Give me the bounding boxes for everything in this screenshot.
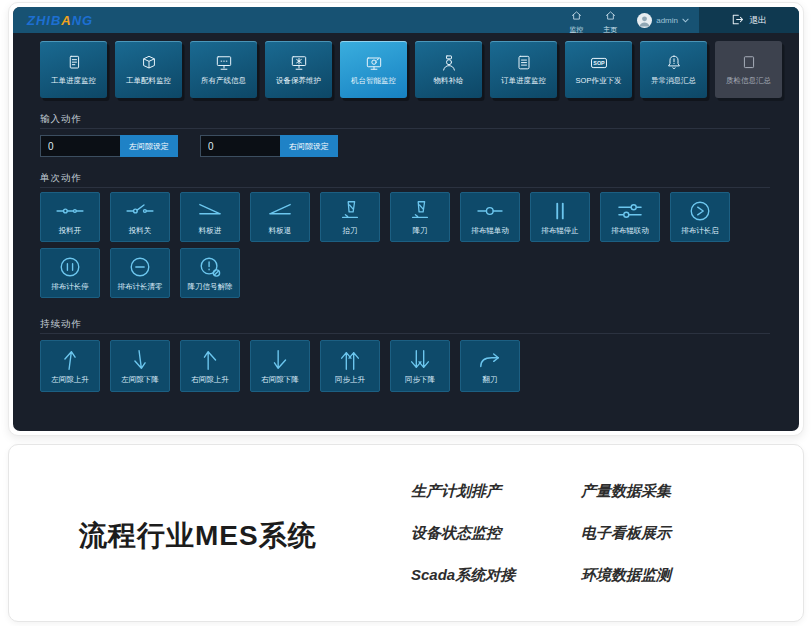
action-switch-open[interactable]: 投料关 xyxy=(110,192,170,242)
mes-system-title: 流程行业MES系统 xyxy=(79,517,317,555)
divider xyxy=(40,187,770,188)
tile-material-supply[interactable]: 物料补给 xyxy=(415,41,482,98)
tile-alert-bell[interactable]: 异常消息汇总 xyxy=(640,41,707,98)
knife-down-icon xyxy=(405,199,435,223)
nav-label: 监控 xyxy=(569,25,583,35)
home-icon xyxy=(605,7,616,24)
plate-forward-icon xyxy=(195,199,225,223)
divider xyxy=(40,128,770,129)
right-gap-group: 右间隙设定 xyxy=(200,135,338,157)
alert-bell-icon xyxy=(664,54,684,72)
action-double-arrow-down[interactable]: 同步下降 xyxy=(390,340,450,392)
sliders-icon xyxy=(615,199,645,223)
input-actions-title: 输入动作 xyxy=(40,113,82,126)
action-double-arrow-up[interactable]: 同步上升 xyxy=(320,340,380,392)
double-arrow-up-icon xyxy=(335,348,365,372)
tile-equipment-maintenance[interactable]: 设备保养维护 xyxy=(265,41,332,98)
continuous-actions-title: 持续动作 xyxy=(40,318,82,331)
single-actions-title: 单次动作 xyxy=(40,172,82,185)
divider xyxy=(40,333,770,334)
feature-item: 环境数据监测 xyxy=(581,565,671,585)
home-icon xyxy=(571,7,582,24)
left-gap-input[interactable] xyxy=(40,135,120,157)
nav-item-monitor[interactable]: 监控 xyxy=(559,7,593,33)
left-gap-group: 左间隙设定 xyxy=(40,135,178,157)
action-knife-up[interactable]: 抬刀 xyxy=(320,192,380,242)
mes-caption-card: 流程行业MES系统 生产计划排产设备状态监控Scada系统对接 产量数据采集电子… xyxy=(8,444,804,622)
material-supply-icon xyxy=(439,54,459,72)
action-flip-knife[interactable]: 翻刀 xyxy=(460,340,520,392)
pause-circle-icon xyxy=(55,255,85,279)
work-order-progress-icon xyxy=(64,54,84,72)
arrow-down-right-icon xyxy=(265,348,295,372)
app-header: ZHIBANG 监控 主页 admin xyxy=(13,7,799,33)
svg-text:SOP: SOP xyxy=(593,60,605,66)
tile-quality-info[interactable]: 质检信息汇总 xyxy=(715,41,782,98)
material-batching-icon xyxy=(139,54,159,72)
zhibang-logo: ZHIBANG xyxy=(27,13,93,28)
tile-production-line-info[interactable]: 所有产线信息 xyxy=(190,41,257,98)
arrow-up-left-icon xyxy=(55,348,85,372)
pause-icon xyxy=(545,199,575,223)
action-roller-single[interactable]: 排布辊单动 xyxy=(460,192,520,242)
action-pause[interactable]: 排布辊停止 xyxy=(530,192,590,242)
minus-circle-icon xyxy=(125,255,155,279)
action-alert-clear[interactable]: 降刀信号解除 xyxy=(180,248,240,298)
action-arrow-down-left[interactable]: 左间隙下降 xyxy=(110,340,170,392)
switch-closed-icon xyxy=(55,199,85,223)
module-tiles: 工单进度监控 工单配料监控 所有产线信息 设备保养维护 机台智能监控 物料补给 … xyxy=(40,41,782,98)
action-knife-down[interactable]: 降刀 xyxy=(390,192,450,242)
chevron-down-icon xyxy=(682,18,689,23)
avatar xyxy=(637,13,652,28)
quality-info-icon xyxy=(739,54,759,72)
single-actions-row-1: 投料开 投料关 料板进 料板退 抬刀 降刀 排布辊单动 排布辊停止 排布辊联动 … xyxy=(40,192,730,242)
knife-up-icon xyxy=(335,199,365,223)
exit-icon xyxy=(731,14,744,27)
right-gap-input[interactable] xyxy=(200,135,280,157)
equipment-maintenance-icon xyxy=(289,54,309,72)
tile-work-order-progress[interactable]: 工单进度监控 xyxy=(40,41,107,98)
production-line-info-icon xyxy=(214,54,234,72)
play-circle-icon xyxy=(685,199,715,223)
machine-monitor-icon xyxy=(364,54,384,72)
nav-label: 主页 xyxy=(603,25,617,35)
tile-order-progress[interactable]: 订单进度监控 xyxy=(490,41,557,98)
right-gap-set-button[interactable]: 右间隙设定 xyxy=(280,135,338,157)
action-plate-forward[interactable]: 料板进 xyxy=(180,192,240,242)
app-screenshot-card: ZHIBANG 监控 主页 admin xyxy=(8,2,804,436)
feature-item: 电子看板展示 xyxy=(581,523,671,543)
action-plate-back[interactable]: 料板退 xyxy=(250,192,310,242)
user-menu[interactable]: admin xyxy=(627,7,699,33)
nav-item-home[interactable]: 主页 xyxy=(593,7,627,33)
action-arrow-down-right[interactable]: 右间隙下降 xyxy=(250,340,310,392)
feature-item: 生产计划排产 xyxy=(411,481,515,501)
sop-icon: SOP xyxy=(589,54,609,72)
action-sliders[interactable]: 排布辊联动 xyxy=(600,192,660,242)
feature-item: 产量数据采集 xyxy=(581,481,671,501)
continuous-actions-row: 左间隙上升 左间隙下降 右间隙上升 右间隙下降 同步上升 同步下降 翻刀 xyxy=(40,340,520,392)
logout-button[interactable]: 退出 xyxy=(699,7,799,33)
tile-sop[interactable]: SOP SOP作业下发 xyxy=(565,41,632,98)
logout-label: 退出 xyxy=(749,14,767,27)
action-minus-circle[interactable]: 排布计长清零 xyxy=(110,248,170,298)
action-switch-closed[interactable]: 投料开 xyxy=(40,192,100,242)
single-actions-row-2: 排布计长停 排布计长清零 降刀信号解除 xyxy=(40,248,240,298)
tile-material-batching[interactable]: 工单配料监控 xyxy=(115,41,182,98)
order-progress-icon xyxy=(514,54,534,72)
logo-accent: A xyxy=(61,13,71,28)
action-pause-circle[interactable]: 排布计长停 xyxy=(40,248,100,298)
feature-item: Scada系统对接 xyxy=(411,565,515,585)
logo-text: ZHIB xyxy=(27,13,61,28)
mes-app: ZHIBANG 监控 主页 admin xyxy=(13,7,799,431)
left-gap-set-button[interactable]: 左间隙设定 xyxy=(120,135,178,157)
action-play-circle[interactable]: 排布计长启 xyxy=(670,192,730,242)
double-arrow-down-icon xyxy=(405,348,435,372)
alert-clear-icon xyxy=(195,255,225,279)
flip-knife-icon xyxy=(475,348,505,372)
arrow-down-left-icon xyxy=(125,348,155,372)
action-arrow-up-left[interactable]: 左间隙上升 xyxy=(40,340,100,392)
tile-machine-monitor[interactable]: 机台智能监控 xyxy=(340,41,407,98)
logo-text-2: NG xyxy=(72,13,94,28)
page: ZHIBANG 监控 主页 admin xyxy=(0,0,812,626)
action-arrow-up-right[interactable]: 右间隙上升 xyxy=(180,340,240,392)
